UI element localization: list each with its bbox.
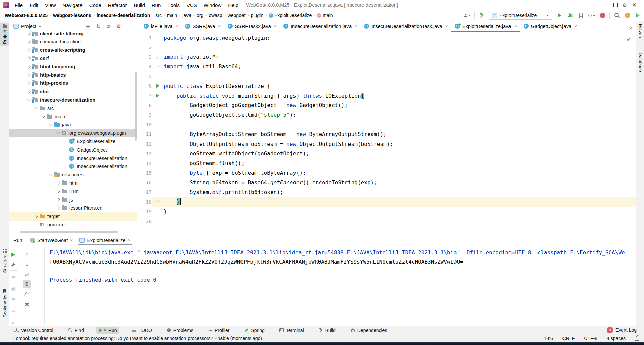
tree-item-insecure-deserialization[interactable]: insecure-deserialization (9, 96, 137, 104)
editor-tab-GadgetObject.java[interactable]: CGadgetObject.java× (520, 21, 580, 32)
run-line-icon[interactable] (152, 91, 164, 101)
minimize-button[interactable] (587, 0, 602, 10)
code-line-20[interactable]: 20 (137, 216, 636, 226)
breadcrumb-item[interactable]: insecure-deserialization (97, 13, 150, 18)
tree-item-i18n[interactable]: i18n (9, 187, 137, 195)
tree-item-client-side-filtering[interactable]: client-side-filtering (9, 32, 137, 38)
file-encoding[interactable]: UTF-8 (584, 336, 597, 341)
chevron-right-icon[interactable] (26, 32, 31, 36)
chevron-right-icon[interactable] (55, 197, 61, 203)
toolwindow-terminal[interactable]: Terminal (277, 327, 306, 334)
chevron-down-icon[interactable] (41, 114, 46, 119)
editor-tab-SSRF.java[interactable]: CSSRF.java× (182, 21, 224, 32)
code-line-10[interactable]: 10 (137, 120, 636, 129)
tree-item-java[interactable]: java (9, 121, 137, 129)
build-hammer-icon[interactable] (478, 12, 485, 19)
chevron-right-icon[interactable] (55, 180, 61, 186)
tree-item-idor[interactable]: idor (9, 88, 137, 96)
user-account-icon[interactable] (464, 12, 471, 19)
tree-item-html-tampering[interactable]: html-tampering (9, 62, 137, 71)
code-editor[interactable]: 1package org.owasp.webgoat.plugin;23impo… (137, 33, 636, 231)
menu-file[interactable]: File (11, 0, 26, 10)
breadcrumb-item[interactable]: webgoat-lessons (53, 13, 91, 18)
menu-code[interactable]: Code (86, 0, 105, 10)
toolwindow-profiler[interactable]: Profiler (206, 327, 232, 334)
breadcrumb-item[interactable]: WebGoat-8.0.0.M25 (5, 13, 48, 18)
caret-position[interactable]: 18:6 (544, 336, 553, 341)
lock-icon[interactable] (635, 337, 639, 341)
toolwindow-build[interactable]: Build (316, 327, 338, 334)
breadcrumb-item[interactable]: org (197, 13, 203, 18)
tool-stripe-project[interactable]: Project (0, 23, 9, 46)
print-icon[interactable]: ⎙ (23, 290, 31, 298)
chevron-right-icon[interactable] (26, 89, 31, 94)
run-console[interactable]: F:\JAVA11\jdk\bin\java.exe "-javaagent:F… (50, 248, 636, 325)
editor-tab-isFile.java[interactable]: CisFile.java× (140, 21, 182, 32)
menu-tools[interactable]: Tools (164, 0, 183, 10)
stop-button[interactable] (599, 12, 606, 19)
up-stack-icon[interactable]: ↑ (23, 250, 31, 258)
expand-all-icon[interactable]: ⇅ (96, 23, 100, 30)
tree-item-org.owasp.webgoat.plugin[interactable]: org.owasp.webgoat.plugin (9, 129, 137, 137)
tree-item-http-basics[interactable]: http-basics (9, 71, 137, 79)
tree-item-resources[interactable]: resources (9, 171, 137, 179)
soft-wrap-icon[interactable]: ⇌ (23, 270, 31, 278)
toolwindow-spring[interactable]: Spring (242, 327, 267, 334)
code-line-6[interactable]: 6public class ExploitDeserialize { (137, 81, 636, 91)
menu-refactor[interactable]: Refactor (105, 0, 130, 10)
code-line-4[interactable]: 4import java.util.Base64; (137, 62, 636, 71)
toolwindow-version-control[interactable]: Version Control (12, 327, 56, 334)
code-line-7[interactable]: 7 public static void main(String[] args)… (137, 91, 636, 101)
breadcrumb-item[interactable]: webgoat (228, 13, 246, 18)
chevron-down-icon[interactable] (55, 130, 61, 136)
code-line-15[interactable]: 15 byte[] exp = boStream.toByteArray(); (137, 168, 636, 178)
chevron-right-icon[interactable] (55, 205, 61, 211)
line-ending[interactable]: CRLF (562, 336, 575, 341)
chevron-right-icon[interactable] (33, 214, 39, 219)
breadcrumb-item[interactable]: java (182, 13, 191, 18)
run-tab-StartWebGoat[interactable]: StartWebGoat× (26, 235, 76, 245)
close-icon[interactable]: × (128, 238, 131, 243)
run-line-icon[interactable] (152, 81, 164, 91)
run-configuration-select[interactable]: ExploitDeserialize (489, 11, 552, 20)
breadcrumb-item[interactable]: mmain (317, 13, 333, 18)
code-line-18[interactable]: 18 } (137, 197, 636, 207)
more-options-icon[interactable]: ⋮ (636, 23, 641, 30)
tree-item-target[interactable]: target (9, 212, 137, 221)
chevron-down-icon[interactable] (39, 26, 41, 27)
close-icon[interactable]: × (175, 24, 178, 29)
tree-item-pom.xml[interactable]: mpom.xml (9, 220, 137, 229)
code-line-12[interactable]: 12 ObjectOutputStream ooStream = new Obj… (137, 139, 636, 149)
code-line-2[interactable]: 2 (137, 43, 636, 52)
chevron-down-icon[interactable] (48, 172, 53, 177)
chevron-right-icon[interactable] (26, 80, 31, 86)
chevron-right-icon[interactable] (26, 47, 31, 53)
tree-item-main[interactable]: main (9, 112, 137, 121)
close-icon[interactable]: × (70, 238, 73, 243)
toolwindow-run[interactable]: Run (96, 327, 119, 334)
code-line-17[interactable]: 17 System.out.println(b64token); (137, 187, 636, 197)
debug-button[interactable] (567, 12, 574, 19)
close-icon[interactable]: × (574, 24, 577, 29)
more-button[interactable]: » (9, 319, 17, 327)
code-line-16[interactable]: 16 String b64token = Base64.getEncoder()… (137, 178, 636, 187)
hide-panel-icon[interactable]: ― (127, 23, 132, 30)
close-icon[interactable]: × (355, 24, 357, 29)
chevron-right-icon[interactable] (26, 64, 31, 69)
toolwindow-find[interactable]: Find (66, 327, 86, 334)
settings-wrench-icon[interactable] (9, 260, 17, 268)
chevron-right-icon[interactable] (55, 189, 61, 194)
event-log[interactable]: 8 Event Log (607, 326, 637, 334)
chevron-right-icon[interactable] (26, 72, 31, 78)
scroll-to-end-icon[interactable]: ↧ (23, 280, 31, 288)
breadcrumb-item[interactable]: src (155, 13, 162, 18)
update-available-icon[interactable]: ↑ (624, 12, 631, 19)
close-icon[interactable]: × (514, 24, 517, 29)
menu-build[interactable]: Build (130, 0, 148, 10)
tree-item-command-injection[interactable]: command-injection (9, 38, 137, 46)
tree-item-js[interactable]: js (9, 195, 137, 204)
tool-stripe-structure[interactable]: Structure (0, 249, 9, 273)
settings-gear-icon[interactable]: ⚙ (623, 2, 627, 8)
project-tree-vertical-scrollbar[interactable] (135, 72, 137, 141)
rerun-button[interactable]: ▶ (9, 250, 17, 258)
